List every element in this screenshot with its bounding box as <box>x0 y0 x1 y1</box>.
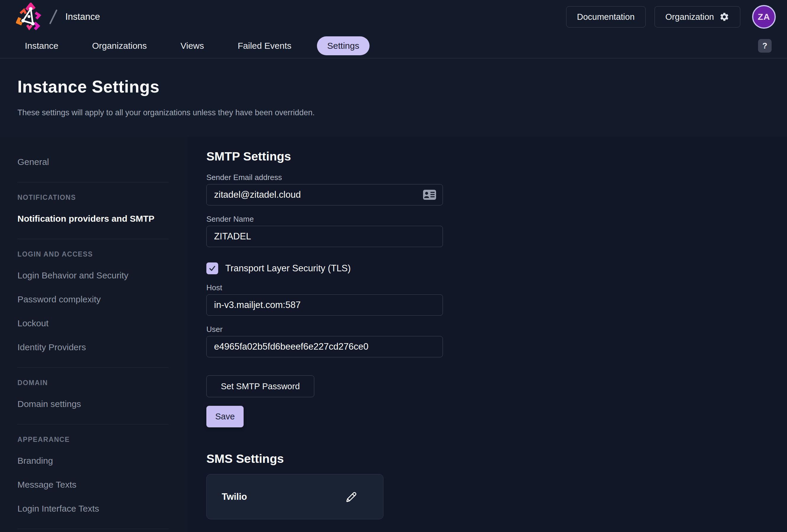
host-label: Host <box>206 284 443 292</box>
zitadel-logo-icon[interactable] <box>15 2 45 31</box>
sender-email-label: Sender Email address <box>206 173 443 181</box>
tls-row: Transport Layer Security (TLS) <box>206 262 787 274</box>
tab-settings[interactable]: Settings <box>317 36 369 55</box>
page-subtitle: These settings will apply to all your or… <box>18 108 769 117</box>
page-title: Instance Settings <box>18 77 769 97</box>
gear-icon <box>719 12 729 22</box>
save-button[interactable]: Save <box>206 406 243 427</box>
tab-organizations[interactable]: Organizations <box>84 37 155 55</box>
contact-card-icon[interactable] <box>423 189 437 200</box>
set-smtp-password-button[interactable]: Set SMTP Password <box>206 375 314 397</box>
header-region: Instance Documentation Organization ZA <box>0 0 787 137</box>
sidebar-item-identity-providers[interactable]: Identity Providers <box>18 342 188 353</box>
title-block: Instance Settings These settings will ap… <box>0 59 787 137</box>
sender-email-field-group: Sender Email address <box>206 173 443 206</box>
sender-email-input[interactable] <box>206 184 443 206</box>
organization-button-label: Organization <box>665 12 714 22</box>
breadcrumb-slash-divider <box>49 9 57 24</box>
sidebar-item-login-behavior[interactable]: Login Behavior and Security <box>18 270 188 281</box>
sidebar-divider <box>18 367 169 368</box>
host-field-group: Host <box>206 284 443 316</box>
instance-tab-bar: Instance Organizations Views Failed Even… <box>0 34 787 59</box>
settings-sidebar: General NOTIFICATIONS Notification provi… <box>0 137 188 532</box>
documentation-button-label: Documentation <box>577 12 635 22</box>
sidebar-section-domain: DOMAIN <box>18 379 188 387</box>
host-input[interactable] <box>206 294 443 316</box>
topbar-actions: Documentation Organization ZA <box>566 5 776 29</box>
smtp-settings-panel: SMTP Settings Sender Email address <box>188 137 787 532</box>
avatar-initials: ZA <box>758 12 770 22</box>
user-input[interactable] <box>206 336 443 357</box>
user-label: User <box>206 325 443 333</box>
sender-name-field-group: Sender Name <box>206 215 443 247</box>
documentation-button[interactable]: Documentation <box>566 6 646 27</box>
tab-failed-events[interactable]: Failed Events <box>229 37 300 55</box>
sms-provider-card-twilio[interactable]: Twilio <box>206 474 383 519</box>
user-field-group: User <box>206 325 443 357</box>
sidebar-item-general[interactable]: General <box>18 157 188 167</box>
tab-views[interactable]: Views <box>172 37 212 55</box>
tab-instance[interactable]: Instance <box>17 37 66 55</box>
breadcrumb[interactable]: Instance <box>65 12 100 22</box>
sidebar-item-notification-providers-smtp[interactable]: Notification providers and SMTP <box>18 213 188 224</box>
sms-provider-name: Twilio <box>222 491 247 502</box>
top-bar: Instance Documentation Organization ZA <box>0 0 787 34</box>
sidebar-item-branding[interactable]: Branding <box>18 455 188 466</box>
settings-body: General NOTIFICATIONS Notification provi… <box>0 137 787 532</box>
sidebar-item-message-texts[interactable]: Message Texts <box>18 480 188 490</box>
sidebar-divider <box>18 239 169 239</box>
help-button[interactable]: ? <box>758 39 772 52</box>
sidebar-item-login-interface-texts[interactable]: Login Interface Texts <box>18 503 188 514</box>
sidebar-divider <box>18 529 169 529</box>
organization-button[interactable]: Organization <box>655 6 740 27</box>
sidebar-item-password-complexity[interactable]: Password complexity <box>18 294 188 305</box>
sender-name-label: Sender Name <box>206 215 443 223</box>
sidebar-divider <box>18 182 169 183</box>
zitadel-console: Instance Documentation Organization ZA <box>0 0 787 532</box>
sidebar-section-notifications: NOTIFICATIONS <box>18 194 188 201</box>
sidebar-divider <box>18 424 169 424</box>
sms-settings-title: SMS Settings <box>206 452 787 466</box>
sidebar-section-login-and-access: LOGIN AND ACCESS <box>18 250 188 258</box>
sidebar-section-appearance: APPEARANCE <box>18 435 188 443</box>
user-avatar[interactable]: ZA <box>752 5 776 29</box>
sender-name-input[interactable] <box>206 226 443 247</box>
tls-checkbox[interactable] <box>206 262 218 274</box>
edit-pencil-icon[interactable] <box>344 490 358 504</box>
question-mark-icon: ? <box>763 41 767 50</box>
smtp-settings-title: SMTP Settings <box>206 149 787 164</box>
sidebar-item-lockout[interactable]: Lockout <box>18 318 188 329</box>
checkmark-icon <box>208 264 217 273</box>
tls-label[interactable]: Transport Layer Security (TLS) <box>225 263 350 274</box>
sidebar-item-domain-settings[interactable]: Domain settings <box>18 399 188 409</box>
